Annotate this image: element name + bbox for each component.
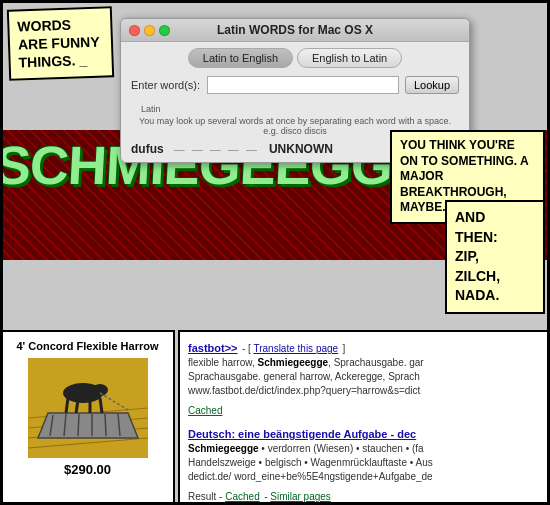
- result-2-link[interactable]: Deutsch: eine beängstigende Aufgabe - de…: [188, 428, 416, 440]
- tab-english-to-latin[interactable]: English to Latin: [297, 48, 402, 68]
- svg-line-10: [105, 414, 106, 436]
- sticky-note-text: WORDS ARE FUNNY THINGS. _: [17, 17, 100, 71]
- tab-bar: Latin to English English to Latin: [121, 42, 469, 72]
- svg-point-13: [92, 384, 108, 396]
- minimize-button[interactable]: [144, 25, 155, 36]
- speech-bubble-zip: AND THEN: ZIP, ZILCH, NADA.: [445, 200, 545, 314]
- close-button[interactable]: [129, 25, 140, 36]
- harrow-svg: [28, 358, 148, 458]
- svg-line-15: [76, 400, 78, 413]
- lang-label: Latin: [131, 104, 171, 116]
- product-price: $290.00: [64, 462, 111, 477]
- result-1-link[interactable]: fastbot>>: [188, 342, 238, 354]
- and-then-line2: THEN:: [455, 228, 535, 248]
- svg-line-8: [78, 414, 79, 436]
- result-status: UNKNOWN: [269, 142, 333, 156]
- search-row: Enter word(s): Lookup: [121, 72, 469, 98]
- and-then-line4: ZILCH,: [455, 267, 535, 287]
- result-1: fastbot>> - [ Translate this page ] flex…: [188, 338, 540, 418]
- svg-line-14: [66, 398, 68, 413]
- result-word: dufus: [131, 142, 164, 156]
- maximize-button[interactable]: [159, 25, 170, 36]
- result-1-translate[interactable]: Translate this page: [253, 343, 338, 354]
- titlebar: Latin WORDS for Mac OS X: [121, 19, 469, 42]
- and-then-line1: AND: [455, 208, 535, 228]
- sticky-note: WORDS ARE FUNNY THINGS. _: [7, 6, 114, 80]
- result-2: Deutsch: eine beängstigende Aufgabe - de…: [188, 424, 540, 504]
- and-then-line3: ZIP,: [455, 247, 535, 267]
- result-2-cached[interactable]: Cached: [225, 491, 259, 502]
- lookup-button[interactable]: Lookup: [405, 76, 459, 94]
- search-results-panel: fastbot>> - [ Translate this page ] flex…: [178, 330, 550, 505]
- result-1-cached[interactable]: Cached: [188, 405, 222, 416]
- result-2-similar[interactable]: Similar pages: [270, 491, 331, 502]
- result-2-result: Result -: [188, 491, 225, 502]
- search-label: Enter word(s):: [131, 79, 201, 91]
- product-image: [28, 358, 148, 458]
- result-2-body: Schmiegeegge • verdorren (Wiesen) • stau…: [188, 442, 540, 484]
- titlebar-buttons: [129, 25, 170, 36]
- svg-line-17: [100, 398, 102, 413]
- tab-latin-to-english[interactable]: Latin to English: [188, 48, 293, 68]
- window-title: Latin WORDS for Mac OS X: [217, 23, 373, 37]
- result-dashes: — — — — —: [174, 143, 259, 155]
- result-1-body: flexible harrow, Schmiegeegge, Sprachaus…: [188, 356, 540, 398]
- product-title: 4' Concord Flexible Harrow: [17, 340, 159, 352]
- and-then-line5: NADA.: [455, 286, 535, 306]
- search-input[interactable]: [207, 76, 399, 94]
- product-panel: 4' Concord Flexible Harrow: [0, 330, 175, 505]
